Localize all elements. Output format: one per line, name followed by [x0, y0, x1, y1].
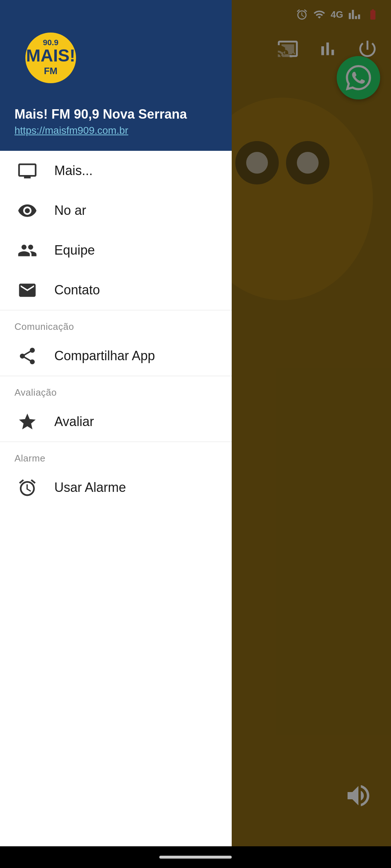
usar-alarme-label: Usar Alarme: [54, 480, 126, 495]
nav-bar-indicator: [159, 856, 232, 859]
equipe-label: Equipe: [54, 243, 95, 258]
avaliar-label: Avaliar: [54, 414, 94, 429]
no-ar-label: No ar: [54, 203, 86, 218]
section-header-alarme: Alarme: [0, 442, 232, 468]
menu-item-avaliar[interactable]: Avaliar: [0, 402, 232, 442]
star-icon: [14, 409, 40, 434]
contato-label: Contato: [54, 282, 100, 298]
alarm-clock-icon: [14, 475, 40, 500]
menu-item-mais[interactable]: Mais...: [0, 151, 232, 191]
svg-text:MAIS!: MAIS!: [26, 46, 75, 65]
people-icon: [14, 238, 40, 263]
wifi-signal-icon: [14, 198, 40, 223]
tv-icon: [14, 158, 40, 183]
drawer-app-name: Mais! FM 90,9 Nova Serrana: [14, 107, 217, 122]
section-header-comunicacao: Comunicação: [0, 310, 232, 336]
drawer-header: 90.9 MAIS! FM Mais! FM 90,9 Nova Serrana…: [0, 0, 232, 151]
svg-text:FM: FM: [44, 65, 58, 76]
mail-icon: [14, 277, 40, 303]
section-header-avaliacao: Avaliação: [0, 376, 232, 402]
navigation-drawer: 90.9 MAIS! FM Mais! FM 90,9 Nova Serrana…: [0, 0, 232, 868]
navigation-bar: [0, 846, 391, 868]
menu-item-compartilhar[interactable]: Compartilhar App: [0, 336, 232, 376]
app-logo: 90.9 MAIS! FM: [18, 25, 83, 90]
drawer-app-url[interactable]: https://maisfm909.com.br: [14, 125, 217, 136]
drawer-menu: Mais... No ar Equipe: [0, 151, 232, 868]
app-logo-container: 90.9 MAIS! FM: [14, 22, 91, 98]
menu-item-no-ar[interactable]: No ar: [0, 191, 232, 230]
menu-item-equipe[interactable]: Equipe: [0, 230, 232, 270]
compartilhar-label: Compartilhar App: [54, 348, 155, 363]
menu-item-contato[interactable]: Contato: [0, 270, 232, 310]
menu-item-usar-alarme[interactable]: Usar Alarme: [0, 468, 232, 507]
mais-label: Mais...: [54, 163, 93, 178]
share-icon: [14, 343, 40, 369]
